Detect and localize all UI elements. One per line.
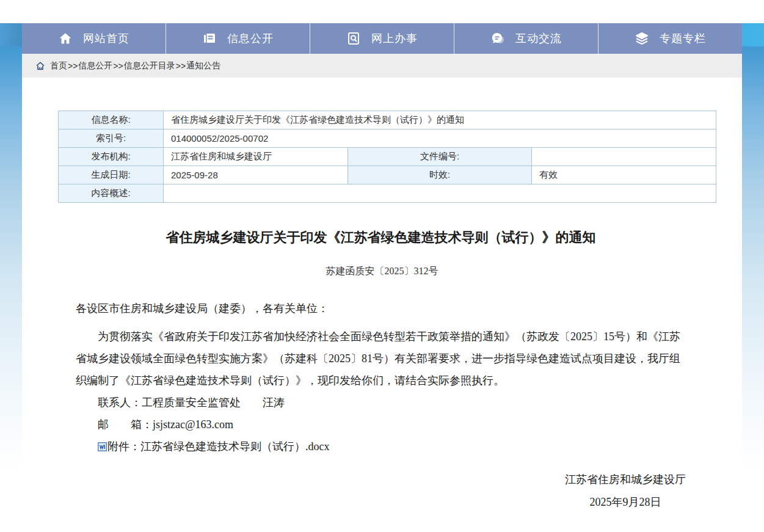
attachment-text: 附件：江苏省绿色建造技术导则（试行）.docx — [107, 440, 330, 453]
page: 网站首页 信息公开 — [0, 23, 764, 532]
breadcrumb-link-info-disclosure[interactable]: 信息公开 — [78, 60, 112, 71]
meta-value-date-created: 2025-09-28 — [164, 166, 348, 184]
meta-label-summary: 内容概述: — [59, 184, 164, 203]
meta-label-validity: 时效: — [347, 166, 532, 184]
page-shell: 网站首页 信息公开 — [22, 23, 742, 532]
nav-item-info-disclosure[interactable]: 信息公开 — [166, 23, 310, 54]
document-number: 苏建函质安〔2025〕312号 — [22, 265, 742, 278]
signature-block: 江苏省住房和城乡建设厅 2025年9月28日 — [22, 468, 686, 514]
breadcrumb-link-home[interactable]: 首页 — [50, 60, 67, 71]
nav-item-label: 网上办事 — [371, 31, 418, 46]
meta-value-summary — [164, 184, 716, 203]
nav-item-online-services[interactable]: 网上办事 — [310, 23, 454, 54]
nav-item-label: 网站首页 — [83, 31, 129, 46]
meta-label-index-number: 索引号: — [59, 129, 164, 148]
table-row: 内容概述: — [59, 184, 716, 203]
nav-item-label: 专题专栏 — [660, 31, 706, 46]
breadcrumb-separator: >> — [176, 61, 186, 71]
chat-bubble-icon — [490, 31, 505, 46]
table-row: 发布机构: 江苏省住房和城乡建设厅 文件编号: — [59, 148, 716, 166]
salutation-line: 各设区市住房和城乡建设局（建委），各有关单位： — [76, 297, 686, 319]
breadcrumb-link-info-directory[interactable]: 信息公开目录 — [124, 60, 175, 71]
breadcrumb-separator: >> — [68, 61, 78, 71]
breadcrumb-home-icon — [35, 61, 45, 71]
main-navigation: 网站首页 信息公开 — [22, 23, 742, 54]
meta-value-validity: 有效 — [532, 166, 716, 184]
news-doc-icon — [202, 31, 217, 46]
meta-value-title: 省住房城乡建设厅关于印发《江苏省绿色建造技术导则（试行）》的通知 — [164, 111, 716, 129]
contact-line: 联系人：工程质量安全监管处 汪涛 — [76, 392, 686, 414]
nav-item-home[interactable]: 网站首页 — [22, 23, 166, 54]
email-line: 邮 箱：jsjstzac@163.com — [76, 414, 686, 435]
content-area: 信息名称: 省住房城乡建设厅关于印发《江苏省绿色建造技术导则（试行）》的通知 索… — [22, 78, 742, 532]
signer-name: 江苏省住房和城乡建设厅 — [565, 468, 686, 491]
document-meta-table: 信息名称: 省住房城乡建设厅关于印发《江苏省绿色建造技术导则（试行）》的通知 索… — [58, 111, 716, 203]
table-row: 信息名称: 省住房城乡建设厅关于印发《江苏省绿色建造技术导则（试行）》的通知 — [59, 111, 716, 129]
article-body: 各设区市住房和城乡建设局（建委），各有关单位： 为贯彻落实《省政府关于印发江苏省… — [76, 297, 686, 457]
breadcrumb-link-notices[interactable]: 通知公告 — [186, 60, 220, 71]
meta-value-file-number — [532, 148, 716, 166]
word-doc-icon — [98, 440, 107, 453]
meta-label-date-created: 生成日期: — [59, 166, 164, 184]
table-row: 索引号: 014000052/2025-00702 — [59, 129, 716, 148]
meta-label-issuing-agency: 发布机构: — [59, 148, 164, 166]
nav-item-interaction[interactable]: 互动交流 — [454, 23, 598, 54]
meta-value-issuing-agency: 江苏省住房和城乡建设厅 — [164, 148, 348, 166]
home-icon — [58, 31, 73, 46]
breadcrumb-separator: >> — [113, 61, 123, 71]
page-title: 省住房城乡建设厅关于印发《江苏省绿色建造技术导则（试行）》的通知 — [76, 228, 686, 247]
attachment-link[interactable]: 附件：江苏省绿色建造技术导则（试行）.docx — [76, 435, 686, 457]
nav-item-label: 信息公开 — [227, 31, 274, 46]
meta-label-file-number: 文件编号: — [347, 148, 532, 166]
meta-value-index-number: 014000052/2025-00702 — [164, 129, 716, 148]
layers-icon — [635, 31, 649, 46]
table-row: 生成日期: 2025-09-28 时效: 有效 — [59, 166, 716, 184]
breadcrumb: 首页 >> 信息公开 >> 信息公开目录 >> 通知公告 — [22, 54, 742, 78]
meta-label-title: 信息名称: — [59, 111, 164, 129]
nav-item-label: 互动交流 — [515, 31, 562, 46]
body-paragraph: 为贯彻落实《省政府关于印发江苏省加快经济社会全面绿色转型若干政策举措的通知》（苏… — [76, 326, 686, 392]
search-doc-icon — [346, 31, 361, 46]
nav-item-special-topics[interactable]: 专题专栏 — [598, 23, 742, 54]
signature-date: 2025年9月28日 — [565, 491, 686, 514]
